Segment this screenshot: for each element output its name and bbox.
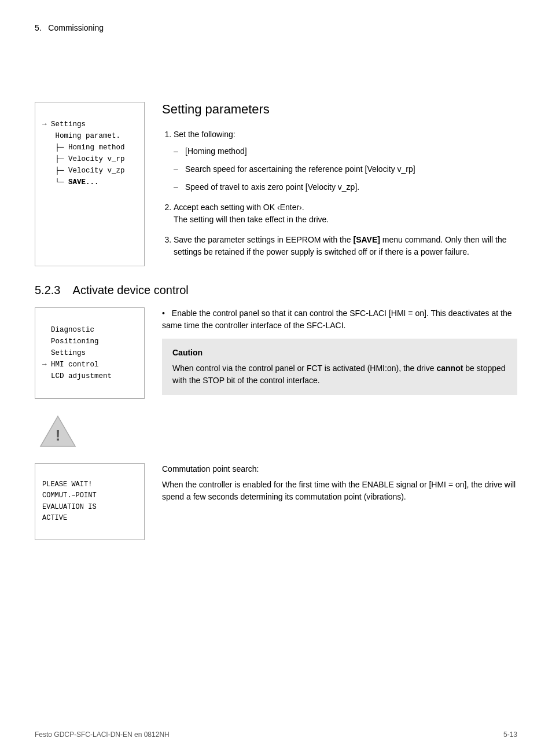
warning-triangle-icon: ! <box>39 414 77 449</box>
settings-menu-box: → Settings Homing paramet. ├─ Homing met… <box>35 102 145 266</box>
step-1-text: Set the following: <box>174 130 235 139</box>
page-footer: Festo GDCP-SFC-LACI-DN-EN en 0812NH 5-13 <box>0 731 552 739</box>
bullet-velocity-rp: Search speed for ascertaining the refere… <box>174 163 517 175</box>
commutation-left-col: PLEASE WAIT! COMMUT.–POINT EVALUATION IS… <box>35 463 145 540</box>
activate-content-row: Diagnostic Positioning Settings → HMI co… <box>35 307 517 405</box>
commutation-row: PLEASE WAIT! COMMUT.–POINT EVALUATION IS… <box>35 463 517 540</box>
step-1: Set the following: [Homing method] Searc… <box>174 129 517 193</box>
step-2: Accept each setting with OK ‹Enter›.The … <box>174 201 517 226</box>
activate-section-title: 5.2.3 Activate device control <box>35 284 517 297</box>
bullet-velocity-zp: Speed of travel to axis zero point [Velo… <box>174 181 517 193</box>
activate-right-col: • Enable the control panel so that it ca… <box>162 307 517 405</box>
step-3-text: Save the parameter settings in EEPROM wi… <box>174 235 507 256</box>
caution-text-before: When control via the control panel or FC… <box>172 364 437 373</box>
enable-text: • Enable the control panel so that it ca… <box>162 307 517 332</box>
warning-spacer <box>162 411 517 452</box>
activate-menu-box: Diagnostic Positioning Settings → HMI co… <box>35 307 145 399</box>
warning-icon-col: ! <box>35 411 145 452</box>
chapter-number: 5. <box>35 23 42 32</box>
commutation-text: When the controller is enabled for the f… <box>162 479 517 503</box>
caution-cannot: cannot <box>437 364 463 373</box>
commutation-title: Commutation point search: <box>162 463 517 475</box>
warning-icon-container: ! <box>35 411 81 452</box>
setting-parameters-title: Setting parameters <box>162 102 517 117</box>
footer-left: Festo GDCP-SFC-LACI-DN-EN en 0812NH <box>35 731 170 739</box>
step-1-bullets: [Homing method] Search speed for ascerta… <box>174 145 517 193</box>
caution-box: Caution When control via the control pan… <box>162 339 517 395</box>
caution-title: Caution <box>172 347 507 359</box>
chapter-title: Commissioning <box>48 23 104 32</box>
bullet-homing-method: [Homing method] <box>174 145 517 157</box>
steps-list: Set the following: [Homing method] Searc… <box>162 129 517 258</box>
step-3: Save the parameter settings in EEPROM wi… <box>174 234 517 258</box>
caution-text: When control via the control panel or FC… <box>172 362 507 387</box>
svg-text:!: ! <box>55 427 60 444</box>
setting-parameters-section: → Settings Homing paramet. ├─ Homing met… <box>35 102 517 266</box>
warning-row: ! <box>35 411 517 452</box>
commutation-right-col: Commutation point search: When the contr… <box>162 463 517 540</box>
setting-parameters-instructions: Setting parameters Set the following: [H… <box>162 102 517 266</box>
bullet-dot: • <box>162 309 165 318</box>
save-bold: [SAVE] <box>353 235 380 244</box>
commutation-screen-box: PLEASE WAIT! COMMUT.–POINT EVALUATION IS… <box>35 463 145 540</box>
chapter-header: 5. Commissioning <box>35 23 517 32</box>
footer-right: 5-13 <box>503 731 517 739</box>
activate-left-col: Diagnostic Positioning Settings → HMI co… <box>35 307 145 405</box>
step-2-text: Accept each setting with OK ‹Enter›.The … <box>174 203 329 224</box>
activate-section-number: 5.2.3 <box>35 284 60 296</box>
activate-section-heading: Activate device control <box>73 284 189 296</box>
activate-device-control-section: 5.2.3 Activate device control Diagnostic… <box>35 284 517 540</box>
